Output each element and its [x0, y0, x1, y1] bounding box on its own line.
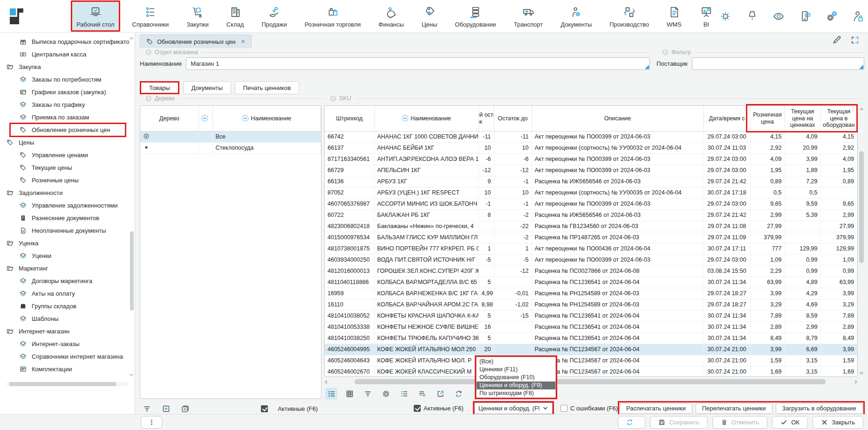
sidebar-horizontal-scrollbar[interactable]	[7, 382, 128, 386]
view-icon[interactable]	[772, 9, 786, 23]
tree-active-checkbox[interactable]	[261, 405, 268, 412]
sidebar-item[interactable]: Текущие цены	[0, 161, 129, 174]
nav-transport[interactable]: Транспорт	[508, 0, 549, 32]
nav-sales[interactable]: Продажи	[256, 0, 292, 32]
column-header[interactable]: Дата/время с	[704, 106, 750, 131]
add-list-icon[interactable]	[416, 388, 428, 400]
sidebar-item[interactable]: Уценки	[0, 250, 129, 262]
table-row[interactable]: 16110 КОЛБАСА ВАР.ЧАЙНАЯ АРОМ.2С ГА 8,98…	[325, 299, 857, 310]
sidebar-item[interactable]: Обновление розничных цен	[0, 124, 129, 136]
close-button[interactable]: Закрыть	[813, 416, 863, 429]
sidebar-item[interactable]: Разнесение документов	[0, 212, 129, 224]
table-row[interactable]: 4810738001875 ВИНО ПОРТВЕЙН 777 КР.КРЕП.…	[325, 243, 857, 254]
dropdown-option[interactable]: Ценники (F11)	[477, 365, 555, 373]
settings-icon[interactable]	[825, 9, 839, 23]
action-button[interactable]: Перепечатать ценники	[696, 403, 772, 414]
column-header[interactable]: Текущая цена на ценниках	[785, 106, 820, 131]
nav-documents[interactable]: Документы	[555, 0, 597, 32]
sidebar-scroll-down[interactable]	[129, 374, 134, 377]
nav-production[interactable]: Производство	[604, 0, 655, 32]
sidebar-item[interactable]: Интернет-заказы	[0, 338, 129, 350]
user-account-icon[interactable]	[852, 9, 866, 23]
sidebar-item[interactable]: Договоры маркетинга	[0, 275, 129, 287]
table-row[interactable]: 4810410038052 КОНФЕТЫ КРАСНАЯ ШАПОЧКА К-…	[325, 310, 857, 321]
content-tab[interactable]: Документы	[183, 81, 231, 94]
dropdown-option[interactable]: Оборудование (F10)	[477, 373, 555, 381]
column-header[interactable]: Розничная цена	[750, 106, 785, 131]
table-row[interactable]: 4605246004995 КОФЕ ЖОКЕЙ ИТАЛЬЯНО МОЛ 25…	[325, 344, 857, 355]
nav-equipment[interactable]: Оборудование	[449, 0, 501, 32]
sidebar-item[interactable]: Розничные цены	[0, 174, 129, 187]
device-messages-icon[interactable]	[799, 9, 813, 23]
fullscreen-icon[interactable]	[850, 35, 860, 45]
table-row[interactable]: 8717163340561 АНТИП.АЭР.РЕКСОНА АЛОЭ ВЕР…	[325, 153, 857, 165]
filter-icon[interactable]	[141, 402, 153, 415]
collapse-icon[interactable]	[330, 95, 336, 102]
sku-vertical-scrollbar[interactable]	[859, 105, 864, 377]
app-logo-icon[interactable]	[7, 6, 28, 27]
add-item-icon[interactable]	[160, 402, 172, 415]
collapse-icon[interactable]	[662, 49, 669, 55]
sku-horizontal-scrollbar[interactable]	[324, 379, 858, 385]
sidebar-item[interactable]: Заказы по графику	[0, 98, 129, 111]
table-row[interactable]: 4607065376987 АССОРТИ МИНИС ИЗ ШОК.БАТОН…	[325, 198, 857, 209]
dropdown-option[interactable]: По штрихкодам (F8)	[477, 389, 555, 397]
sidebar-item[interactable]: Неоплаченные документы	[0, 224, 129, 237]
action-button[interactable]: Загрузить в оборудование	[776, 403, 863, 414]
table-row[interactable]: 4811040118886 КОЛБАСА ВАР.МОРТАДЕЛЛА В/С…	[325, 277, 857, 288]
store-name-input[interactable]: Магазин 1	[186, 57, 650, 70]
table-row[interactable]: 66729 АПЕЛЬСИН 1КГ -12 -12 Акт переоценк…	[325, 165, 857, 176]
table-row[interactable]: 16959 КОЛБАСА ВАР.НЕЖЕНКА В/С 1КГ ГА 4,9…	[325, 288, 857, 299]
cancel-button[interactable]: Отменить	[712, 416, 767, 429]
table-row[interactable]: 87052 АРБУЗ (УЦЕН.) 1КГ RESPECT 10 10 Ак…	[325, 187, 857, 198]
sidebar-vertical-scrollbar[interactable]	[130, 35, 134, 379]
refresh-button[interactable]	[618, 416, 645, 429]
dropdown-option[interactable]: (Все)	[477, 357, 555, 365]
sidebar-item[interactable]: Группы складов	[0, 300, 129, 312]
sidebar-item[interactable]: Цены	[0, 136, 129, 149]
table-row[interactable]: 60722 БАКЛАЖАН РБ 1КГ 8 -2 Расценка № ИЖ…	[325, 209, 857, 221]
tree-row[interactable]: Стеклопосуда	[140, 142, 321, 153]
action-button[interactable]: Распечатать ценники	[620, 403, 692, 414]
edit-icon[interactable]	[832, 35, 841, 45]
column-header[interactable]: Штрихкод	[325, 106, 374, 131]
repeat-icon[interactable]	[452, 388, 465, 400]
sidebar-item[interactable]: Закупка	[0, 61, 129, 73]
sidebar-item[interactable]: Приемка по заказам	[0, 111, 129, 124]
table-row[interactable]: 4810410053338 КОНФЕТЫ НЕЖНОЕ СУФЛЕ ВИШНЕ…	[325, 321, 857, 333]
sidebar-item[interactable]: Заказы по потребностям	[0, 73, 129, 86]
sidebar-item[interactable]: Графики заказов (закупка)	[0, 86, 129, 98]
column-header[interactable]: Текущий остаток	[478, 106, 494, 131]
close-icon[interactable]: ×	[241, 38, 245, 45]
column-header[interactable]: Остаток до	[494, 106, 532, 131]
sidebar-item[interactable]: Управление задолженностями	[0, 199, 129, 212]
sidebar-item[interactable]: Справочники интернет магазина	[0, 350, 129, 363]
sidebar-item[interactable]: Комплектации	[0, 363, 129, 375]
overflow-menu-button[interactable]	[141, 416, 162, 429]
add-multiple-icon[interactable]	[179, 402, 191, 415]
sidebar-item[interactable]: Акты на оплату	[0, 287, 129, 300]
sidebar-item[interactable]: Задолженности	[0, 187, 129, 199]
tree-row[interactable]: Все	[140, 131, 321, 142]
column-header[interactable]: Текущая цена в оборудован	[820, 106, 857, 131]
sidebar-item[interactable]: Центральная касса	[0, 48, 129, 61]
list-view-icon[interactable]	[325, 388, 337, 400]
table-row[interactable]: 4015000976534 БАЛЬЗАМ ГЛИСС КУР МИЛЛИОН …	[325, 232, 857, 243]
save-button[interactable]: Сохранить	[650, 416, 708, 429]
print-mode-select[interactable]: Ценники и оборуд. (F9)	[474, 402, 553, 414]
table-settings-icon[interactable]	[380, 388, 392, 400]
column-header[interactable]: Наименование	[374, 106, 478, 131]
table-row[interactable]: 66137 АНАНАС БЕЙБИ 1КГ 10 10 Акт переоце…	[325, 142, 857, 153]
theme-icon[interactable]	[719, 9, 733, 23]
collapse-icon[interactable]	[145, 95, 152, 102]
pin-icon[interactable]	[745, 9, 759, 23]
table-row[interactable]: 66136 АРБУЗ 1КГ 9 -1 Расценка № ИЖ565654…	[325, 176, 857, 187]
nav-warehouse[interactable]: Склад	[221, 0, 250, 32]
numbered-list-icon[interactable]	[398, 388, 410, 400]
table-row[interactable]: 4605246004643 КОФЕ ЖОКЕЙ ИТАЛЬЯНО МОЛ. Р…	[325, 355, 857, 366]
content-tab[interactable]: Печать ценников	[235, 81, 299, 94]
dropdown-option[interactable]: Ценники и оборуд. (F9)	[477, 381, 555, 389]
sidebar-item[interactable]: Шаблоны	[0, 312, 129, 325]
table-row[interactable]: 4603934000250 ВОДА ПИТ.СВЯТОЙ ИСТОЧНИК Н…	[325, 254, 857, 265]
nav-wms[interactable]: WMS	[661, 0, 687, 32]
